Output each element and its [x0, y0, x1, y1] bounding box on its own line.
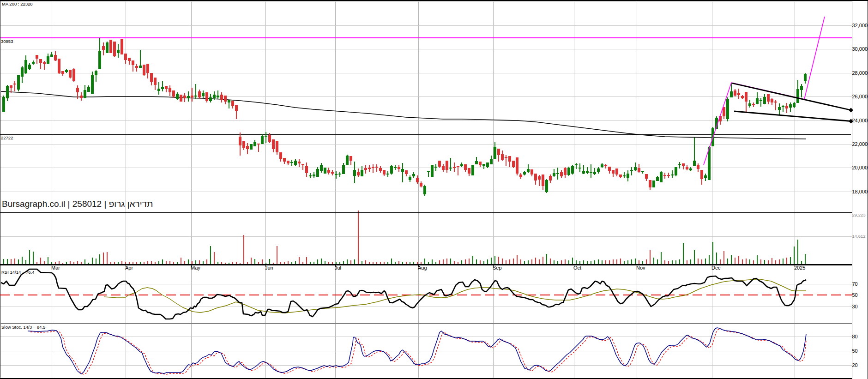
svg-text:22,000: 22,000: [852, 141, 868, 147]
svg-text:50: 50: [852, 348, 858, 354]
svg-text:Aug: Aug: [418, 265, 427, 271]
svg-text:70: 70: [852, 281, 858, 287]
svg-text:30: 30: [852, 304, 858, 309]
svg-text:Jul: Jul: [335, 265, 341, 271]
svg-text:RSI 14/14 = 76.4: RSI 14/14 = 76.4: [1, 270, 35, 275]
svg-text:50: 50: [852, 292, 858, 298]
svg-text:2025: 2025: [794, 265, 805, 271]
svg-text:80: 80: [852, 334, 858, 339]
svg-text:18,000: 18,000: [852, 189, 868, 194]
svg-text:Sep: Sep: [493, 265, 502, 271]
svg-text:Nov: Nov: [636, 265, 645, 271]
svg-text:Apr: Apr: [125, 265, 133, 271]
svg-text:MA 200 : 22328: MA 200 : 22328: [2, 1, 33, 6]
svg-text:Bursagraph.co.il | 258012 | תד: Bursagraph.co.il | 258012 | תדיראן גרופ: [2, 199, 153, 209]
svg-text:29,223: 29,223: [852, 212, 866, 217]
svg-text:22722: 22722: [1, 135, 13, 140]
svg-text:Dec: Dec: [711, 265, 721, 271]
svg-text:30953: 30953: [1, 39, 13, 44]
svg-text:Slow Stoc. 14/3 = 84.5: Slow Stoc. 14/3 = 84.5: [1, 325, 45, 330]
svg-text:30,000: 30,000: [852, 46, 868, 52]
svg-text:Oct: Oct: [573, 265, 581, 271]
svg-text:28,000: 28,000: [852, 70, 868, 76]
svg-text:May: May: [191, 265, 200, 271]
svg-text:Mar: Mar: [51, 265, 60, 271]
svg-text:20,000: 20,000: [852, 165, 868, 170]
svg-text:24,000: 24,000: [852, 118, 868, 123]
svg-text:20: 20: [852, 362, 858, 368]
svg-text:Jun: Jun: [265, 265, 273, 271]
svg-text:14,612: 14,612: [852, 234, 866, 239]
svg-text:32,000: 32,000: [852, 23, 868, 28]
svg-text:26,000: 26,000: [852, 94, 868, 99]
